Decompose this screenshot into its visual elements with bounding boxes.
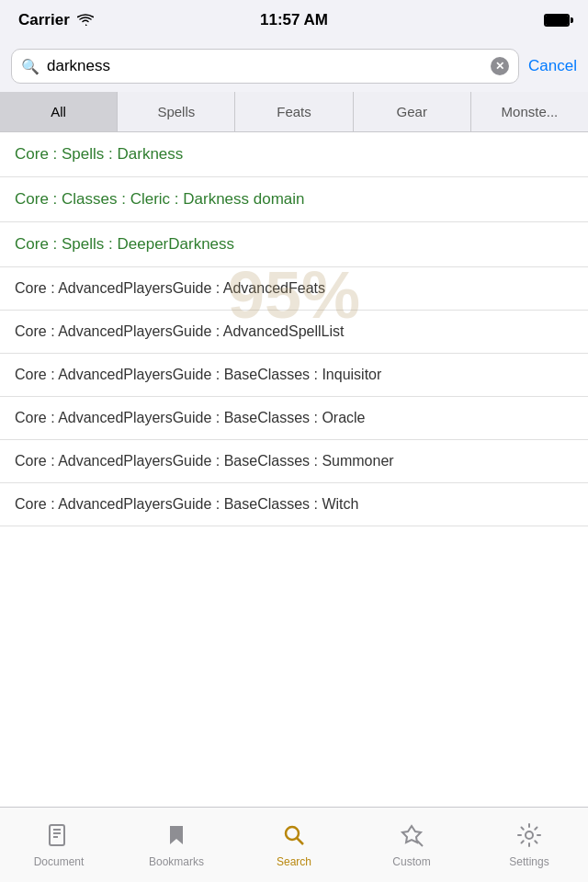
result-item[interactable]: Core : AdvancedPlayersGuide : BaseClasse… <box>0 440 588 483</box>
book-icon <box>46 822 72 852</box>
svg-point-7 <box>526 831 533 839</box>
result-item[interactable]: Core : AdvancedPlayersGuide : BaseClasse… <box>0 354 588 397</box>
tab-item-custom[interactable]: Custom <box>353 808 470 882</box>
clear-button[interactable]: ✕ <box>491 57 509 75</box>
filter-tab-all[interactable]: All <box>0 92 118 131</box>
result-item[interactable]: Core : AdvancedPlayersGuide : BaseClasse… <box>0 483 588 526</box>
cancel-button[interactable]: Cancel <box>528 57 577 75</box>
filter-tab-gear[interactable]: Gear <box>354 92 471 131</box>
tab-item-bookmarks[interactable]: Bookmarks <box>118 808 235 882</box>
status-right <box>544 14 570 27</box>
tab-bar: Document Bookmarks Search Custom Setting… <box>0 807 588 882</box>
filter-tab-feats[interactable]: Feats <box>235 92 353 131</box>
results-list: Core : Spells : DarknessCore : Classes :… <box>0 132 588 807</box>
battery-icon <box>544 14 570 27</box>
status-time: 11:57 AM <box>260 11 328 29</box>
result-item[interactable]: Core : AdvancedPlayersGuide : AdvancedFe… <box>0 267 588 311</box>
tab-label-settings: Settings <box>509 855 548 868</box>
carrier-label: Carrier <box>18 11 70 29</box>
tab-item-settings[interactable]: Settings <box>470 808 588 882</box>
search-input-wrapper: 🔍 ✕ <box>11 49 519 84</box>
tab-item-search[interactable]: Search <box>235 808 353 882</box>
gear-icon <box>516 822 542 852</box>
wifi-icon <box>77 14 94 27</box>
filter-tab-monsters[interactable]: Monste... <box>471 92 588 131</box>
custom-icon <box>399 822 424 852</box>
result-item[interactable]: Core : AdvancedPlayersGuide : AdvancedSp… <box>0 311 588 354</box>
tab-label-bookmarks: Bookmarks <box>149 855 204 868</box>
search-bar: 🔍 ✕ Cancel <box>0 40 588 92</box>
search-icon <box>281 822 307 852</box>
result-item[interactable]: Core : Spells : Darkness <box>0 132 588 177</box>
tab-label-search: Search <box>277 855 311 868</box>
search-input[interactable] <box>47 57 483 75</box>
filter-tab-spells[interactable]: Spells <box>118 92 235 131</box>
filter-tabs: AllSpellsFeatsGearMonste... <box>0 92 588 132</box>
bookmark-icon <box>164 822 189 852</box>
result-item[interactable]: Core : Classes : Cleric : Darkness domai… <box>0 177 588 222</box>
status-bar: Carrier 11:57 AM <box>0 0 588 40</box>
status-left: Carrier <box>18 11 94 29</box>
svg-line-5 <box>297 838 303 844</box>
svg-rect-0 <box>50 825 64 845</box>
tab-label-custom: Custom <box>392 855 430 868</box>
tab-label-document: Document <box>34 855 85 868</box>
search-icon: 🔍 <box>21 58 40 75</box>
svg-point-4 <box>286 827 299 840</box>
result-item[interactable]: Core : Spells : DeeperDarkness <box>0 222 588 267</box>
tab-item-document[interactable]: Document <box>0 808 118 882</box>
result-item[interactable]: Core : AdvancedPlayersGuide : BaseClasse… <box>0 397 588 440</box>
